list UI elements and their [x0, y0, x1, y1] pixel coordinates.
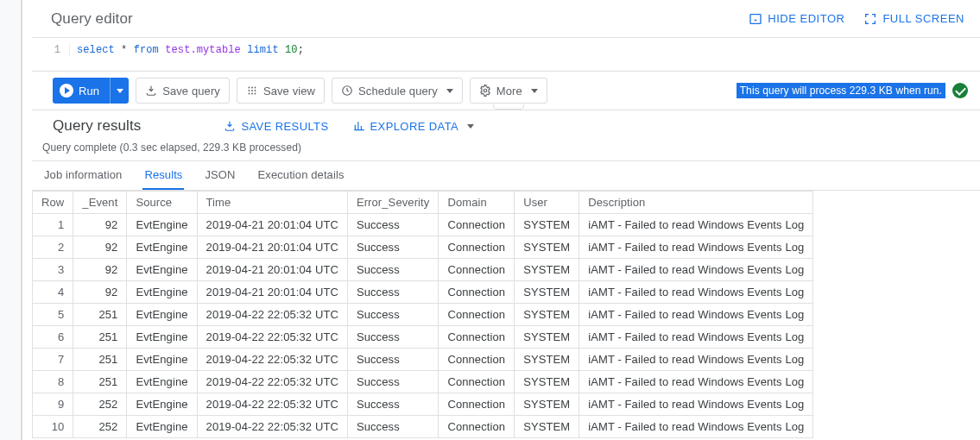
left-nav-stub	[0, 0, 22, 440]
table-cell: SYSTEM	[515, 236, 579, 259]
more-button[interactable]: More	[470, 78, 547, 104]
table-cell: SYSTEM	[515, 281, 579, 304]
code-text: select * from test.mytable limit 10;	[70, 43, 304, 57]
table-cell: 2019-04-22 22:05:32 UTC	[197, 371, 347, 393]
svg-point-9	[254, 93, 256, 95]
tab-job-information[interactable]: Job information	[42, 161, 123, 190]
svg-rect-0	[750, 14, 761, 23]
table-row[interactable]: 292EvtEngine2019-04-21 20:01:04 UTCSucce…	[33, 236, 813, 259]
table-cell: SYSTEM	[515, 259, 579, 281]
table-cell: EvtEngine	[127, 326, 197, 349]
save-view-button[interactable]: Save view	[237, 78, 325, 104]
column-header[interactable]: Domain	[439, 192, 515, 214]
table-row[interactable]: 10252EvtEngine2019-04-22 22:05:32 UTCSuc…	[33, 416, 813, 438]
full-screen-button[interactable]: FULL SCREEN	[863, 12, 964, 26]
column-header[interactable]: User	[515, 192, 579, 214]
tab-results[interactable]: Results	[142, 161, 184, 190]
query-validation: This query will process 229.3 KB when ru…	[737, 83, 968, 98]
table-row[interactable]: 8251EvtEngine2019-04-22 22:05:32 UTCSucc…	[33, 371, 813, 393]
play-icon	[60, 84, 73, 97]
table-cell: 2019-04-21 20:01:04 UTC	[197, 236, 347, 259]
table-cell: EvtEngine	[127, 416, 197, 438]
svg-point-8	[251, 93, 253, 95]
query-editor-title: Query editor	[51, 10, 730, 28]
svg-point-5	[251, 90, 253, 91]
table-cell: 251	[73, 326, 127, 349]
column-header[interactable]: Row	[33, 192, 73, 214]
download-icon	[145, 85, 157, 97]
chart-icon	[353, 120, 365, 132]
svg-point-7	[248, 93, 250, 95]
table-cell: Connection	[439, 214, 515, 236]
full-screen-label: FULL SCREEN	[882, 12, 964, 25]
column-header[interactable]: Error_Severity	[347, 192, 438, 214]
table-cell: 4	[33, 281, 73, 304]
column-header[interactable]: Time	[197, 192, 347, 214]
table-cell: Success	[347, 349, 438, 371]
table-cell: 251	[73, 304, 127, 326]
table-row[interactable]: 5251EvtEngine2019-04-22 22:05:32 UTCSucc…	[33, 304, 813, 326]
hide-editor-icon	[749, 12, 762, 26]
table-cell: 2019-04-21 20:01:04 UTC	[197, 281, 347, 304]
table-cell: 252	[73, 393, 127, 416]
save-query-button[interactable]: Save query	[136, 78, 230, 104]
save-results-button[interactable]: SAVE RESULTS	[224, 120, 328, 133]
table-cell: 6	[33, 326, 73, 349]
table-cell: iAMT - Failed to read Windows Events Log	[579, 281, 813, 304]
explore-data-button[interactable]: EXPLORE DATA	[353, 120, 475, 133]
table-cell: Success	[347, 281, 438, 304]
save-view-label: Save view	[263, 85, 315, 97]
run-button-group: Run	[53, 78, 129, 104]
table-cell: 2019-04-22 22:05:32 UTC	[197, 416, 347, 438]
table-cell: Connection	[439, 259, 515, 281]
table-row[interactable]: 192EvtEngine2019-04-21 20:01:04 UTCSucce…	[33, 214, 813, 236]
table-cell: SYSTEM	[515, 349, 579, 371]
column-header[interactable]: _Event	[73, 192, 127, 214]
line-number: 1	[32, 43, 70, 57]
table-cell: SYSTEM	[515, 326, 579, 349]
svg-point-4	[248, 90, 250, 91]
run-label: Run	[79, 85, 99, 97]
tab-json[interactable]: JSON	[203, 161, 237, 190]
table-cell: SYSTEM	[515, 393, 579, 416]
pane-resize-handle[interactable]	[493, 104, 524, 110]
table-cell: EvtEngine	[127, 236, 197, 259]
table-cell: 2019-04-22 22:05:32 UTC	[197, 304, 347, 326]
table-row[interactable]: 6251EvtEngine2019-04-22 22:05:32 UTCSucc…	[33, 326, 813, 349]
column-header[interactable]: Description	[579, 192, 813, 214]
table-cell: iAMT - Failed to read Windows Events Log	[579, 326, 813, 349]
tab-execution-details[interactable]: Execution details	[256, 161, 346, 190]
query-status: Query complete (0.3 sec elapsed, 229.3 K…	[32, 138, 980, 161]
table-cell: Success	[347, 371, 438, 393]
table-cell: 2019-04-22 22:05:32 UTC	[197, 349, 347, 371]
splitter[interactable]	[21, 0, 22, 440]
column-header[interactable]: Source	[127, 192, 197, 214]
hide-editor-button[interactable]: HIDE EDITOR	[749, 12, 844, 26]
run-options-dropdown[interactable]	[110, 78, 129, 104]
table-cell: 9	[33, 393, 73, 416]
save-query-label: Save query	[162, 85, 220, 97]
table-cell: EvtEngine	[127, 393, 197, 416]
table-row[interactable]: 7251EvtEngine2019-04-22 22:05:32 UTCSucc…	[33, 349, 813, 371]
table-row[interactable]: 9252EvtEngine2019-04-22 22:05:32 UTCSucc…	[33, 393, 813, 416]
run-button[interactable]: Run	[53, 78, 110, 104]
table-row[interactable]: 492EvtEngine2019-04-21 20:01:04 UTCSucce…	[33, 281, 813, 304]
code-editor[interactable]: 1 select * from test.mytable limit 10;	[32, 38, 980, 71]
table-cell: 251	[73, 349, 127, 371]
table-cell: SYSTEM	[515, 304, 579, 326]
svg-point-3	[254, 87, 256, 89]
table-cell: SYSTEM	[515, 371, 579, 393]
table-cell: 92	[73, 259, 127, 281]
table-cell: 5	[33, 304, 73, 326]
table-cell: Connection	[439, 236, 515, 259]
table-cell: EvtEngine	[127, 281, 197, 304]
schedule-query-button[interactable]: Schedule query	[332, 78, 463, 104]
explore-data-label: EXPLORE DATA	[370, 120, 459, 133]
check-circle-icon	[952, 83, 968, 98]
table-cell: iAMT - Failed to read Windows Events Log	[579, 349, 813, 371]
table-cell: iAMT - Failed to read Windows Events Log	[579, 304, 813, 326]
table-row[interactable]: 392EvtEngine2019-04-21 20:01:04 UTCSucce…	[33, 259, 813, 281]
table-cell: 2019-04-22 22:05:32 UTC	[197, 393, 347, 416]
table-cell: 7	[33, 349, 73, 371]
table-cell: Success	[347, 259, 438, 281]
